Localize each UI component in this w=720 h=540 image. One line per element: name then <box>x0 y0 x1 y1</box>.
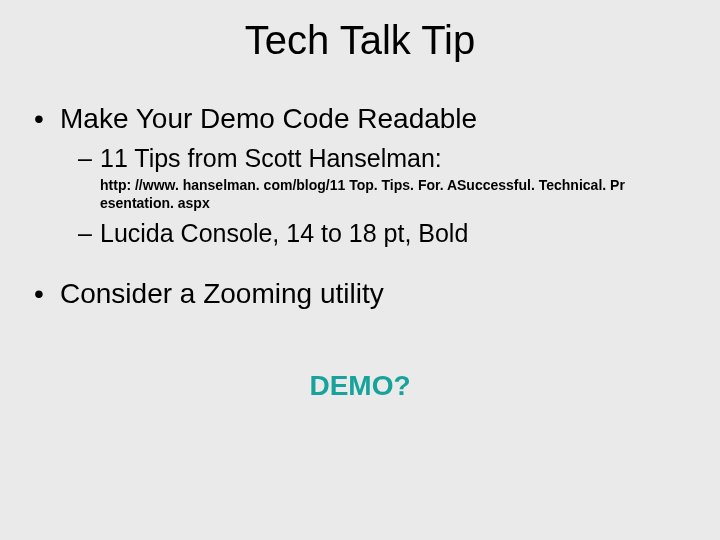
slide-body: Make Your Demo Code Readable 11 Tips fro… <box>0 63 720 402</box>
bullet-1-sub-2: Lucida Console, 14 to 18 pt, Bold <box>34 218 686 248</box>
bullet-2: Consider a Zooming utility <box>34 278 686 310</box>
slide: Tech Talk Tip Make Your Demo Code Readab… <box>0 0 720 540</box>
bullet-1-sub-1: 11 Tips from Scott Hanselman: <box>34 143 686 173</box>
slide-title: Tech Talk Tip <box>0 0 720 63</box>
demo-callout: DEMO? <box>34 370 686 402</box>
bullet-1-sub-1-url: http: //www. hanselman. com/blog/11 Top.… <box>34 177 686 212</box>
bullet-1: Make Your Demo Code Readable <box>34 103 686 135</box>
